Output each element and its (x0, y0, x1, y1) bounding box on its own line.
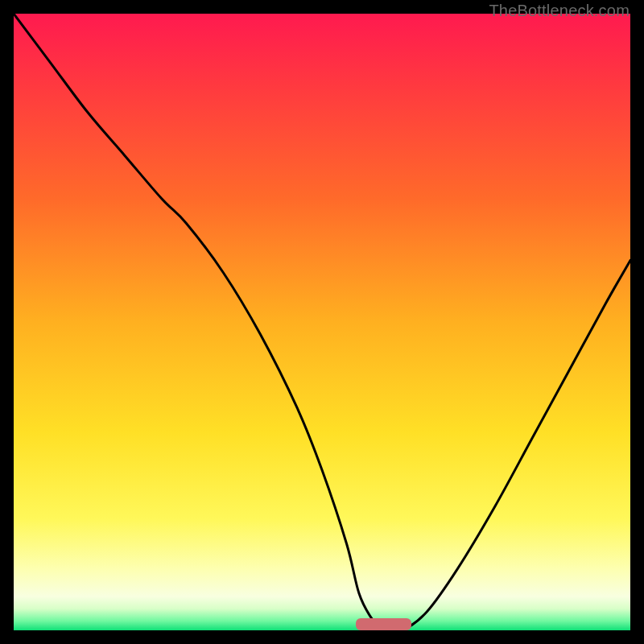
optimal-marker (356, 618, 411, 630)
bottleneck-curve (14, 14, 630, 630)
watermark-label: TheBottleneck.com (489, 2, 630, 20)
plot-area (14, 14, 630, 630)
chart-frame: TheBottleneck.com (0, 0, 644, 644)
